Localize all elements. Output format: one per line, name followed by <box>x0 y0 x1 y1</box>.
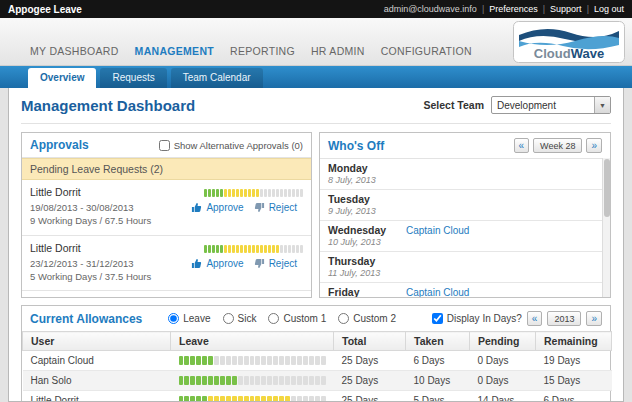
bar-segment-yellow <box>250 396 255 402</box>
select-team-label: Select Team <box>423 99 484 111</box>
bar-segment-green <box>204 189 207 197</box>
bar-segment-green <box>190 376 195 385</box>
nav-my-dashboard[interactable]: MY DASHBOARD <box>30 45 119 57</box>
bar-segment-gray <box>255 356 260 365</box>
bar-segment-gray <box>291 356 296 365</box>
alt-approvals-checkbox[interactable] <box>159 140 170 151</box>
bar-segment-gray <box>288 189 291 197</box>
bar-segment-green <box>202 396 207 402</box>
bar-segment-gray <box>280 189 283 197</box>
bar-segment-green <box>179 396 184 402</box>
bar-segment-gray <box>315 356 320 365</box>
user-cell: Captain Cloud <box>23 351 171 371</box>
bar-segment-gray <box>288 245 291 253</box>
support-link[interactable]: Support <box>550 4 582 14</box>
tab-bar: Overview Requests Team Calendar <box>0 66 632 88</box>
column-total: Total <box>334 332 406 351</box>
leave-request-item: Little Dorrit 19/08/2013 - 30/08/2013 9 … <box>22 180 311 236</box>
filter-sick[interactable]: Sick <box>223 313 257 324</box>
preferences-link[interactable]: Preferences <box>489 4 538 14</box>
bar-segment-gray <box>300 189 303 197</box>
team-select-group: Select Team Development ▼ <box>423 96 611 114</box>
approve-button[interactable]: Approve <box>206 258 243 269</box>
next-year-button[interactable]: » <box>586 311 602 326</box>
filter-custom1-radio[interactable] <box>268 313 279 324</box>
bar-segment-yellow <box>244 396 249 402</box>
request-info: Little Dorrit 23/12/2013 - 31/12/2013 5 … <box>30 242 151 284</box>
year-label-button[interactable]: 2013 <box>547 311 581 326</box>
logout-link[interactable]: Log out <box>594 4 624 14</box>
bar-segment-green <box>179 356 184 365</box>
bar-segment-yellow <box>268 245 271 253</box>
chevron-down-icon[interactable]: ▼ <box>594 97 610 113</box>
alt-approvals-label[interactable]: Show Alternative Approvals (0) <box>159 140 303 151</box>
person-link[interactable]: Captain Cloud <box>406 287 469 298</box>
reject-button[interactable]: Reject <box>269 202 297 213</box>
total-cell: 25 Days <box>334 371 406 391</box>
bar-segment-green <box>216 245 219 253</box>
bar-segment-green <box>196 396 201 402</box>
approve-button[interactable]: Approve <box>206 202 243 213</box>
bar-segment-green <box>232 376 237 385</box>
approvals-header: Approvals Show Alternative Approvals (0) <box>22 133 311 158</box>
scrollbar-track[interactable] <box>602 158 610 297</box>
approvals-panel: Approvals Show Alternative Approvals (0)… <box>21 132 312 298</box>
prev-year-button[interactable]: « <box>527 311 543 326</box>
bar-segment-gray <box>315 376 320 385</box>
nav-management[interactable]: MANAGEMENT <box>135 45 214 57</box>
nav-configuration[interactable]: CONFIGURATION <box>381 45 472 57</box>
page-title: Management Dashboard <box>21 97 195 114</box>
day-name: Friday <box>328 286 406 298</box>
filter-leave-radio[interactable] <box>168 313 179 324</box>
team-select[interactable]: Development ▼ <box>491 96 611 114</box>
filter-custom2-radio[interactable] <box>338 313 349 324</box>
pending-requests-header[interactable]: Pending Leave Requests (2) <box>22 158 311 180</box>
tab-overview[interactable]: Overview <box>28 68 96 88</box>
nav-hr-admin[interactable]: HR ADMIN <box>311 45 365 57</box>
scrollbar-thumb[interactable] <box>604 159 610 217</box>
bar-segment-gray <box>273 376 278 385</box>
logo-text-wave: Wave <box>571 46 604 61</box>
bar-segment-green <box>208 376 213 385</box>
bar-segment-green <box>208 245 211 253</box>
filter-leave[interactable]: Leave <box>168 313 210 324</box>
display-in-days-checkbox[interactable] <box>432 313 443 324</box>
column-user: User <box>23 332 171 351</box>
bar-segment-green <box>202 356 207 365</box>
cloudwave-logo: CloudWave <box>513 21 625 63</box>
reject-button[interactable]: Reject <box>269 258 297 269</box>
column-pending: Pending <box>470 332 536 351</box>
week-label-button[interactable]: Week 28 <box>533 138 582 153</box>
day-info: Monday 8 July, 2013 <box>328 162 406 185</box>
tab-team-calendar[interactable]: Team Calendar <box>171 68 263 88</box>
bar-segment-gray <box>321 376 326 385</box>
next-week-button[interactable]: » <box>586 138 602 153</box>
prev-week-button[interactable]: « <box>514 138 530 153</box>
filter-custom1-text: Custom 1 <box>283 313 326 324</box>
allowance-progress-bar <box>204 189 303 197</box>
day-date: 10 July, 2013 <box>328 237 406 247</box>
bar-segment-gray <box>321 396 326 402</box>
bar-segment-gray <box>244 376 249 385</box>
display-in-days-label[interactable]: Display In Days? <box>432 313 522 324</box>
bar-segment-gray <box>220 356 225 365</box>
bar-segment-yellow <box>232 396 237 402</box>
request-dates: 23/12/2013 - 31/12/2013 <box>30 257 151 270</box>
filter-custom2[interactable]: Custom 2 <box>338 313 396 324</box>
filter-sick-radio[interactable] <box>223 313 234 324</box>
person-link[interactable]: Captain Cloud <box>406 225 469 247</box>
user-cell: Little Dorrit <box>23 391 171 402</box>
pending-cell: 14 Days <box>470 391 536 402</box>
bar-segment-gray <box>309 356 314 365</box>
column-remaining: Remaining <box>536 332 612 351</box>
panels-row: Approvals Show Alternative Approvals (0)… <box>21 132 611 298</box>
day-name: Wednesday <box>328 224 406 236</box>
tab-requests[interactable]: Requests <box>100 68 166 88</box>
column-leave: Leave <box>171 332 334 351</box>
nav-reporting[interactable]: REPORTING <box>230 45 295 57</box>
bar-segment-yellow <box>240 189 243 197</box>
allowances-header: Current Allowances Leave Sick Custom 1 <box>22 306 610 331</box>
filter-custom1[interactable]: Custom 1 <box>268 313 326 324</box>
bar-segment-yellow <box>276 245 279 253</box>
leave-progress-bar <box>179 396 326 402</box>
